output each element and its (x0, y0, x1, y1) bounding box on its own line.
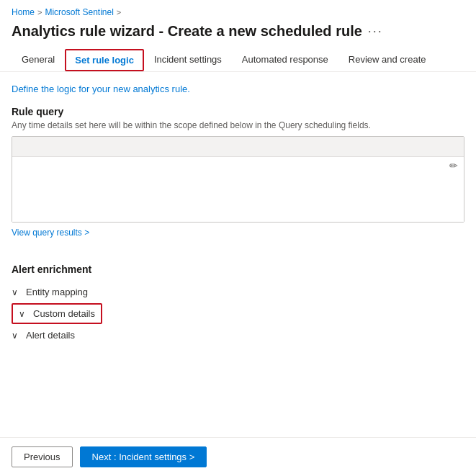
page-title: Analytics rule wizard - Create a new sch… (12, 23, 362, 40)
chevron-entity-mapping-icon: ∨ (12, 287, 22, 297)
breadcrumb-sep1: > (37, 8, 42, 17)
edit-icon[interactable]: ✏ (449, 160, 458, 171)
rule-query-title: Rule query (12, 106, 464, 117)
query-editor-toolbar (12, 137, 464, 157)
breadcrumb: Home > Microsoft Sentinel > (0, 0, 476, 20)
breadcrumb-sentinel[interactable]: Microsoft Sentinel (45, 7, 113, 17)
entity-mapping-label: Entity mapping (26, 287, 88, 297)
custom-details-label: Custom details (33, 308, 95, 319)
page-title-row: Analytics rule wizard - Create a new sch… (0, 20, 476, 48)
breadcrumb-sep2: > (117, 8, 121, 17)
rule-query-subtitle: Any time details set here will be within… (12, 120, 464, 130)
define-suffix: for your new analytics rule. (76, 84, 190, 94)
alert-details-label: Alert details (26, 330, 75, 341)
chevron-alert-details-icon: ∨ (12, 331, 22, 341)
footer: Previous Next : Incident settings > (0, 437, 476, 476)
more-options-icon[interactable]: ··· (368, 24, 383, 39)
previous-button[interactable]: Previous (12, 446, 73, 467)
tab-incident-settings[interactable]: Incident settings (144, 48, 232, 72)
tab-review-and-create[interactable]: Review and create (338, 48, 436, 72)
chevron-custom-details-icon: ∨ (19, 309, 29, 319)
define-link: logic (57, 84, 76, 94)
accordion-alert-details[interactable]: ∨ Alert details (12, 325, 464, 345)
next-button[interactable]: Next : Incident settings > (80, 446, 207, 467)
content-area: Define the logic for your new analytics … (0, 72, 476, 345)
view-query-results-link[interactable]: View query results > (12, 228, 89, 238)
define-prefix: Define the (12, 84, 57, 94)
tab-general[interactable]: General (12, 48, 65, 72)
breadcrumb-home[interactable]: Home (12, 7, 35, 17)
define-text: Define the logic for your new analytics … (12, 84, 464, 94)
accordion-entity-mapping[interactable]: ∨ Entity mapping (12, 282, 464, 302)
tab-automated-response[interactable]: Automated response (232, 48, 338, 72)
accordion-custom-details[interactable]: ∨ Custom details (12, 303, 102, 324)
tab-set-rule-logic[interactable]: Set rule logic (65, 49, 144, 71)
tabs-row: General Set rule logic Incident settings… (0, 48, 476, 72)
query-editor-body[interactable] (12, 157, 464, 222)
alert-enrichment-title: Alert enrichment (12, 264, 464, 275)
query-editor-box[interactable]: ✏ (12, 136, 464, 223)
